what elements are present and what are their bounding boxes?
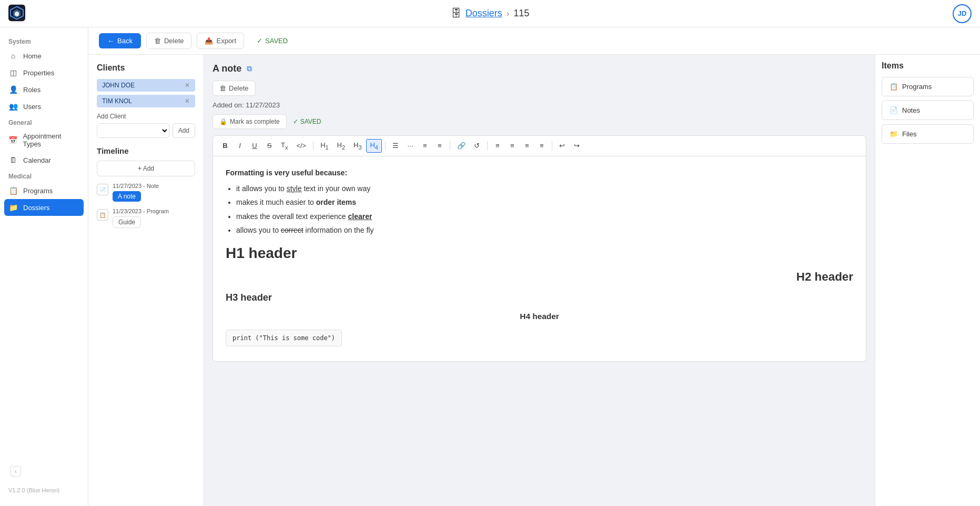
format-bold-button[interactable]: B (218, 140, 232, 152)
dossier-number: 115 (513, 8, 529, 19)
sidebar-label-programs: Programs (23, 187, 53, 195)
files-item-button[interactable]: 📁 Files (882, 124, 974, 144)
sidebar-label-home: Home (23, 52, 42, 60)
content-code-block: print ("This is some code") (226, 330, 342, 346)
users-icon: 👥 (8, 102, 18, 111)
content-h4: H4 header (226, 312, 853, 321)
toolbar-delete-button[interactable]: 🗑 Delete (146, 33, 192, 49)
format-align-right-button[interactable]: ≡ (520, 140, 534, 152)
format-h3-button[interactable]: H3 (350, 139, 365, 153)
note-saved-badge: ✓ SAVED (293, 118, 321, 125)
toolbar-separator-3 (450, 141, 450, 151)
content-list: it allows you to style text in your own … (236, 183, 853, 236)
format-strikethrough-button[interactable]: S (262, 140, 276, 152)
sidebar-item-users[interactable]: 👥 Users (0, 98, 88, 115)
toolbar-separator-5 (552, 141, 552, 151)
sidebar-item-appointment-types[interactable]: 📅 Appointment Types (0, 128, 88, 152)
format-list-button[interactable]: ☰ (389, 140, 402, 152)
format-h1-button[interactable]: H1 (317, 139, 332, 153)
collapse-sidebar-button[interactable]: ‹ (11, 466, 21, 477)
format-code-button[interactable]: </> (292, 140, 310, 152)
timeline-item-note: 📄 11/27/2023 - Note A note (97, 183, 195, 202)
sidebar-item-home[interactable]: ⌂ Home (0, 47, 88, 64)
appointment-types-icon: 📅 (8, 135, 17, 145)
format-link-button[interactable]: 🔗 (453, 140, 469, 152)
timeline-title: Timeline (97, 146, 195, 155)
system-section-label: System (0, 34, 88, 47)
notes-item-icon: 📄 (890, 106, 898, 114)
toolbar-separator-4 (487, 141, 488, 151)
sidebar-label-properties: Properties (23, 69, 54, 77)
back-button[interactable]: ← Back (99, 33, 141, 48)
format-align-left-button[interactable]: ≡ (491, 140, 504, 152)
check-icon: ✓ (257, 37, 262, 45)
mark-complete-button[interactable]: 🔒 Mark as complete (213, 114, 287, 129)
format-underline-button[interactable]: U (248, 140, 261, 152)
sidebar-label-roles: Roles (23, 86, 41, 94)
sidebar-item-properties[interactable]: ◫ Properties (0, 64, 88, 81)
list-item-2: makes it much easier to order items (236, 196, 853, 208)
breadcrumb-separator: › (507, 9, 509, 18)
sidebar-item-dossiers[interactable]: 📁 Dossiers (4, 199, 84, 216)
items-title: Items (882, 61, 974, 71)
note-check-icon: ✓ (293, 118, 298, 125)
client-john-doe[interactable]: JOHN DOE ✕ (97, 79, 195, 92)
copy-icon[interactable]: ⧉ (247, 64, 252, 73)
sidebar-item-calendar[interactable]: 🗓 Calendar (0, 152, 88, 168)
undo-button[interactable]: ↩ (555, 140, 569, 152)
add-timeline-button[interactable]: + + Add (97, 161, 195, 176)
remove-client-john-icon[interactable]: ✕ (185, 82, 190, 89)
export-button[interactable]: 📤 Export (197, 33, 244, 49)
editor-content[interactable]: Formatting is very useful because: it al… (213, 156, 866, 362)
clients-title: Clients (97, 63, 195, 73)
avatar[interactable]: JD (953, 4, 972, 23)
home-icon: ⌂ (8, 51, 18, 61)
client-tim-knol[interactable]: TIM KNOL ✕ (97, 95, 195, 107)
remove-client-tim-icon[interactable]: ✕ (185, 97, 190, 105)
format-embed-button[interactable]: ↺ (470, 140, 484, 152)
add-client-button[interactable]: Add (173, 123, 195, 138)
note-trash-icon: 🗑 (219, 84, 226, 92)
format-ol-button[interactable]: ≡ (433, 140, 447, 152)
items-panel: Items 📋 Programs 📄 Notes 📁 Files (875, 55, 980, 506)
programs-icon: 📋 (8, 186, 18, 195)
dossier-icon: 🗄 (451, 7, 461, 19)
format-italic-button[interactable]: I (233, 140, 247, 152)
timeline-item-program: 📋 11/23/2023 - Program Guide (97, 208, 195, 228)
lock-icon: 🔒 (219, 118, 227, 125)
page-toolbar: ← Back 🗑 Delete 📤 Export ✓ SAVED (88, 27, 980, 55)
format-ul-button[interactable]: ≡ (418, 140, 432, 152)
clients-panel: Clients JOHN DOE ✕ TIM KNOL ✕ Add Client… (88, 55, 204, 506)
sidebar-label-appointment-types: Appointment Types (23, 132, 79, 148)
content-h3: H3 header (226, 292, 853, 303)
app-logo (8, 4, 25, 23)
format-text-button[interactable]: Tx (277, 139, 291, 153)
note-delete-button[interactable]: 🗑 Delete (213, 81, 256, 96)
saved-indicator: ✓ SAVED (249, 33, 295, 48)
sidebar-label-calendar: Calendar (23, 156, 51, 164)
note-panel: A note ⧉ 🗑 Delete Added on: 11/27/2023 🔒 (204, 55, 875, 506)
format-h4-button[interactable]: H4 (366, 139, 381, 153)
note-title: A note (213, 63, 241, 74)
toolbar-separator-2 (385, 141, 386, 151)
add-client-select[interactable] (97, 123, 169, 138)
programs-item-button[interactable]: 📋 Programs (882, 77, 974, 96)
notes-item-button[interactable]: 📄 Notes (882, 101, 974, 120)
list-item-4: allows you to correct information on the… (236, 224, 853, 236)
format-align-center-button[interactable]: ≡ (506, 140, 519, 152)
dossiers-link[interactable]: Dossiers (466, 8, 502, 19)
timeline-program-badge[interactable]: Guide (113, 216, 141, 228)
format-align-justify-button[interactable]: ≡ (535, 140, 549, 152)
back-arrow-icon: ← (107, 37, 114, 45)
format-h2-button[interactable]: H2 (334, 139, 349, 153)
sidebar-item-roles[interactable]: 👤 Roles (0, 81, 88, 98)
general-section-label: General (0, 115, 88, 128)
content-h1: H1 header (226, 245, 853, 262)
export-icon: 📤 (205, 37, 213, 45)
redo-button[interactable]: ↪ (570, 140, 584, 152)
dossiers-icon: 📁 (8, 203, 18, 212)
add-client-label: Add Client (97, 113, 195, 120)
sidebar-item-programs[interactable]: 📋 Programs (0, 182, 88, 199)
timeline-note-badge[interactable]: A note (113, 191, 141, 202)
format-more-button[interactable]: ··· (403, 140, 417, 152)
